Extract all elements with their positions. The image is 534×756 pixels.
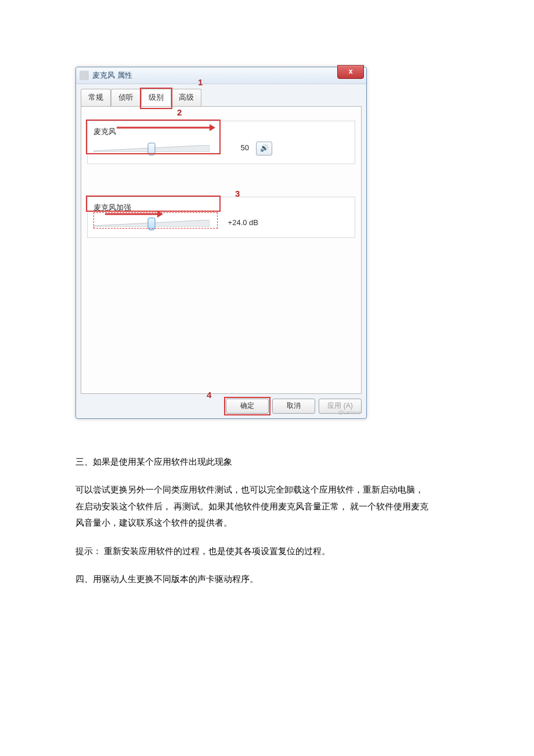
microphone-level-label: 麦克风: [93, 126, 349, 138]
microphone-boost-slider-row: +24.0 dB: [93, 217, 349, 229]
tabs-row: 常规 侦听 级别 高级: [76, 85, 366, 106]
mic-properties-dialog: 麦克风 属性 x 1 常规 侦听 级别 高级 2 麦克风: [75, 67, 367, 419]
tab-listen[interactable]: 侦听: [111, 89, 141, 106]
tab-general[interactable]: 常规: [81, 89, 111, 106]
tip-paragraph: 提示： 重新安装应用软件的过程，也是使其各项设置复位的过程。: [75, 543, 459, 560]
tab-levels-label: 级别: [149, 93, 164, 102]
microphone-boost-label: 麦克风加强: [93, 202, 349, 214]
microphone-boost-group: 麦克风加强 +24.0 dB: [87, 197, 355, 238]
window-icon: [80, 71, 89, 80]
annotation-number-2: 2: [177, 106, 182, 120]
slider-thumb-icon[interactable]: [148, 218, 156, 230]
p1-line3: 风音量小，建议联系这个软件的提供者。: [75, 518, 232, 527]
cancel-button[interactable]: 取消: [272, 399, 315, 414]
microphone-boost-slider-wrap: [93, 218, 210, 229]
ok-button-label: 确定: [240, 401, 254, 410]
microphone-slider-row: 50 🔊: [93, 142, 349, 155]
mute-button[interactable]: 🔊: [256, 142, 272, 155]
microphone-boost-slider[interactable]: [93, 218, 210, 229]
slider-thumb-icon[interactable]: [148, 143, 156, 155]
microphone-slider[interactable]: [93, 143, 210, 154]
ok-button[interactable]: 确定: [226, 399, 269, 414]
tab-advanced[interactable]: 高级: [171, 89, 201, 106]
close-button[interactable]: x: [337, 65, 364, 79]
section-4-heading: 四、用驱动人生更换不同版本的声卡驱动程序。: [75, 571, 459, 588]
microphone-slider-wrap: [93, 143, 210, 154]
section-3-paragraph: 可以尝试更换另外一个同类应用软件测试，也可以完全卸载这个应用软件，重新启动电脑，…: [75, 482, 459, 531]
microphone-level-group: 麦克风 50 🔊: [87, 121, 355, 164]
annotation-number-1: 1: [198, 75, 203, 89]
p1-line1: 可以尝试更换另外一个同类应用软件测试，也可以完全卸载这个应用软件，重新启动电脑，: [75, 484, 424, 494]
tab-levels[interactable]: 级别: [141, 89, 171, 106]
speaker-icon: 🔊: [260, 143, 269, 154]
window-title: 麦克风 属性: [92, 70, 132, 82]
titlebar: 麦克风 属性: [76, 67, 366, 84]
microphone-boost-value: +24.0 dB: [217, 217, 258, 229]
dialog-content: 2 麦克风 50: [81, 106, 362, 394]
close-icon: x: [348, 67, 352, 75]
p1-line2: 在启动安装这个软件后， 再测试。如果其他软件使用麦克风音量正常， 就一个软件使用…: [75, 501, 428, 511]
section-3-heading: 三、如果是使用某个应用软件出现此现象: [75, 454, 459, 471]
microphone-value: 50: [217, 142, 249, 154]
watermark: @Lenovo: [338, 408, 360, 417]
dialog-footer: 确定 取消 应用 (A) @Lenovo: [76, 399, 366, 418]
